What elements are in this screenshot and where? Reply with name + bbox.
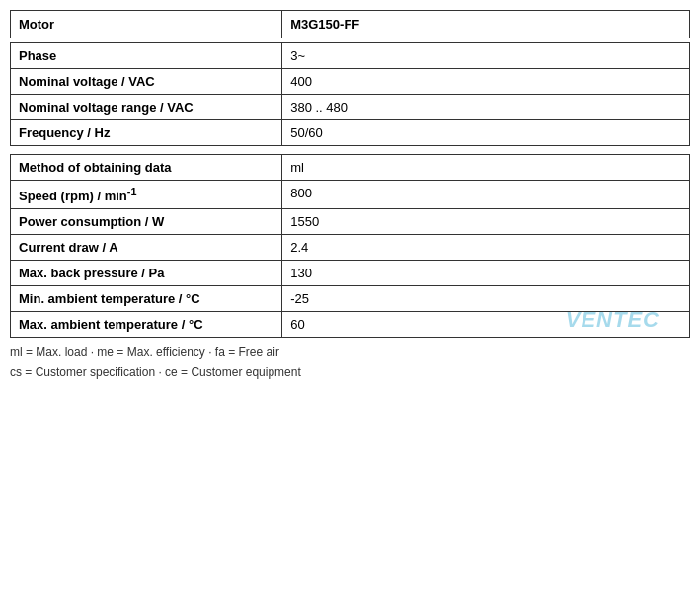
table-row: Speed (rpm) / min-1 800: [11, 181, 690, 209]
footnote-line1: ml = Max. load · me = Max. efficiency · …: [10, 344, 690, 362]
current-label: Current draw / A: [11, 235, 282, 261]
performance-table: Method of obtaining data ml Speed (rpm) …: [10, 154, 690, 338]
nominal-voltage-range-value: 380 .. 480: [282, 95, 690, 120]
phase-value: 3~: [282, 43, 690, 69]
max-temp-value-cell: 60 VENTEC: [282, 312, 690, 338]
table-row: Max. back pressure / Pa 130: [11, 261, 690, 286]
method-value: ml: [282, 155, 690, 181]
frequency-value: 50/60: [282, 120, 690, 146]
footnote-line2: cs = Customer specification · ce = Custo…: [10, 363, 690, 382]
table-row: Current draw / A 2.4: [11, 235, 690, 261]
nominal-voltage-range-label: Nominal voltage range / VAC: [11, 95, 282, 120]
table-row: Frequency / Hz 50/60: [11, 120, 690, 146]
backpressure-label: Max. back pressure / Pa: [11, 261, 282, 286]
power-value: 1550: [282, 209, 690, 235]
min-temp-label: Min. ambient temperature / °C: [11, 286, 282, 312]
frequency-label: Frequency / Hz: [11, 120, 282, 146]
motor-value: M3G150-FF: [282, 11, 690, 38]
table-row: Min. ambient temperature / °C -25: [11, 286, 690, 312]
table-row: Max. ambient temperature / °C 60 VENTEC: [11, 312, 690, 338]
speed-label: Speed (rpm) / min-1: [11, 181, 282, 209]
table-row: Phase 3~: [11, 43, 690, 69]
max-temp-label: Max. ambient temperature / °C: [11, 312, 282, 338]
speed-label-text: Speed (rpm) / min-1: [19, 189, 136, 203]
min-temp-value: -25: [282, 286, 690, 312]
table-row: Nominal voltage range / VAC 380 .. 480: [11, 95, 690, 120]
table-row: Nominal voltage / VAC 400: [11, 69, 690, 95]
method-label: Method of obtaining data: [11, 155, 282, 181]
backpressure-value: 130: [282, 261, 690, 286]
phase-label: Phase: [11, 43, 282, 69]
current-value: 2.4: [282, 235, 690, 261]
speed-value: 800: [282, 181, 690, 209]
motor-row: Motor M3G150-FF: [11, 11, 690, 38]
nominal-voltage-label: Nominal voltage / VAC: [11, 69, 282, 95]
watermark: VENTEC: [566, 307, 660, 333]
electrical-table: Phase 3~ Nominal voltage / VAC 400 Nomin…: [10, 42, 690, 146]
table-row: Method of obtaining data ml: [11, 155, 690, 181]
max-temp-value: 60: [290, 317, 304, 332]
motor-label: Motor: [11, 11, 282, 38]
motor-table: Motor M3G150-FF: [10, 10, 690, 38]
table-row: Power consumption / W 1550: [11, 209, 690, 235]
power-label: Power consumption / W: [11, 209, 282, 235]
nominal-voltage-value: 400: [282, 69, 690, 95]
footnote-section: ml = Max. load · me = Max. efficiency · …: [10, 344, 690, 381]
